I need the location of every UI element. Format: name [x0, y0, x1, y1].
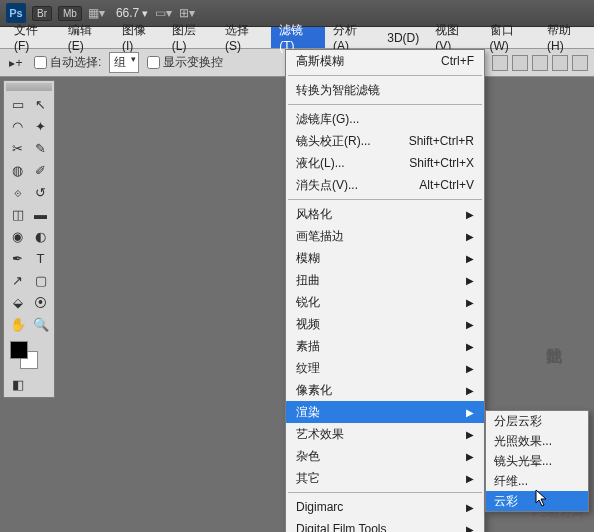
render-lighting[interactable]: 光照效果...: [486, 431, 588, 451]
submenu-arrow-icon: ▶: [466, 275, 474, 286]
filter-smart[interactable]: 转换为智能滤镜: [286, 79, 484, 101]
foreground-color[interactable]: [10, 341, 28, 359]
menubar: 文件(F) 编辑(E) 图像(I) 图层(L) 选择(S) 滤镜(T) 分析(A…: [0, 27, 594, 49]
submenu-arrow-icon: ▶: [466, 253, 474, 264]
menu-filter[interactable]: 滤镜(T): [271, 27, 325, 48]
move-tool-icon[interactable]: ▸+: [6, 55, 26, 71]
render-clouds[interactable]: 云彩: [486, 491, 588, 511]
filter-menu-dropdown: 高斯模糊Ctrl+F 转换为智能滤镜 滤镜库(G)... 镜头校正(R)...S…: [285, 49, 485, 532]
menu-select[interactable]: 选择(S): [217, 27, 271, 48]
history-brush-tool[interactable]: ↺: [29, 181, 52, 203]
submenu-arrow-icon: ▶: [466, 209, 474, 220]
submenu-arrow-icon: ▶: [466, 231, 474, 242]
filter-digimarc[interactable]: Digimarc▶: [286, 496, 484, 518]
align-icon[interactable]: [552, 55, 568, 71]
render-fibers[interactable]: 纤维...: [486, 471, 588, 491]
submenu-arrow-icon: ▶: [466, 319, 474, 330]
stamp-tool[interactable]: ⟐: [6, 181, 29, 203]
filter-gallery[interactable]: 滤镜库(G)...: [286, 108, 484, 130]
filter-pixelate[interactable]: 像素化▶: [286, 379, 484, 401]
eyedropper-tool[interactable]: ✎: [29, 137, 52, 159]
filter-sharpen[interactable]: 锐化▶: [286, 291, 484, 313]
filter-distort[interactable]: 扭曲▶: [286, 269, 484, 291]
auto-select-type[interactable]: 组: [109, 52, 139, 73]
submenu-arrow-icon: ▶: [466, 502, 474, 513]
filter-lens[interactable]: 镜头校正(R)...Shift+Ctrl+R: [286, 130, 484, 152]
menu-window[interactable]: 窗口(W): [482, 27, 540, 48]
camera-tool[interactable]: ⦿: [29, 291, 52, 313]
quickmask-tool[interactable]: ◧: [6, 373, 30, 395]
filter-sketch[interactable]: 素描▶: [286, 335, 484, 357]
filter-render[interactable]: 渲染▶: [286, 401, 484, 423]
ps-logo: Ps: [6, 3, 26, 23]
submenu-arrow-icon: ▶: [466, 473, 474, 484]
align-icon[interactable]: [572, 55, 588, 71]
menu-3d[interactable]: 3D(D): [379, 27, 427, 48]
menu-layer[interactable]: 图层(L): [164, 27, 217, 48]
filter-vanish[interactable]: 消失点(V)...Alt+Ctrl+V: [286, 174, 484, 196]
eraser-tool[interactable]: ◫: [6, 203, 29, 225]
separator: [288, 199, 482, 200]
separator: [288, 104, 482, 105]
zoom-level[interactable]: 66.7 ▾: [116, 6, 148, 20]
submenu-arrow-icon: ▶: [466, 451, 474, 462]
minibr-button[interactable]: Mb: [58, 6, 82, 21]
submenu-arrow-icon: ▶: [466, 341, 474, 352]
dodge-tool[interactable]: ◐: [29, 225, 52, 247]
menu-view[interactable]: 视图(V): [427, 27, 481, 48]
filter-stylize[interactable]: 风格化▶: [286, 203, 484, 225]
submenu-arrow-icon: ▶: [466, 429, 474, 440]
filter-last[interactable]: 高斯模糊Ctrl+F: [286, 50, 484, 72]
screen-mode-icon[interactable]: ⊞▾: [178, 5, 196, 21]
path-tool[interactable]: ↗: [6, 269, 29, 291]
filter-noise[interactable]: 杂色▶: [286, 445, 484, 467]
pen-tool[interactable]: ✒: [6, 247, 29, 269]
3d-tool[interactable]: ⬙: [6, 291, 29, 313]
menu-image[interactable]: 图像(I): [114, 27, 164, 48]
filter-liquify[interactable]: 液化(L)...Shift+Ctrl+X: [286, 152, 484, 174]
align-icon[interactable]: [492, 55, 508, 71]
type-tool[interactable]: T: [29, 247, 52, 269]
filter-blur[interactable]: 模糊▶: [286, 247, 484, 269]
arrange-icon[interactable]: ▭▾: [154, 5, 172, 21]
view-extras-icon[interactable]: ▦▾: [88, 5, 106, 21]
marquee-tool[interactable]: ▭: [6, 93, 29, 115]
toolbox-grip[interactable]: [6, 83, 52, 91]
menu-analysis[interactable]: 分析(A): [325, 27, 379, 48]
menu-file[interactable]: 文件(F): [6, 27, 60, 48]
show-transform-label: 显示变换控: [163, 54, 223, 71]
auto-select-label: 自动选择:: [50, 54, 101, 71]
bridge-button[interactable]: Br: [32, 6, 52, 21]
move-tool[interactable]: ↖: [29, 93, 52, 115]
filter-video[interactable]: 视频▶: [286, 313, 484, 335]
align-icon[interactable]: [532, 55, 548, 71]
auto-select-checkbox[interactable]: 自动选择:: [34, 54, 101, 71]
render-lens-flare[interactable]: 镜头光晕...: [486, 451, 588, 471]
show-transform-checkbox[interactable]: 显示变换控: [147, 54, 223, 71]
filter-dft[interactable]: Digital Film Tools▶: [286, 518, 484, 532]
filter-brush[interactable]: 画笔描边▶: [286, 225, 484, 247]
hand-tool[interactable]: ✋: [6, 313, 29, 335]
wand-tool[interactable]: ✦: [29, 115, 52, 137]
filter-texture[interactable]: 纹理▶: [286, 357, 484, 379]
menu-edit[interactable]: 编辑(E): [60, 27, 114, 48]
heal-tool[interactable]: ◍: [6, 159, 29, 181]
lasso-tool[interactable]: ◠: [6, 115, 29, 137]
submenu-arrow-icon: ▶: [466, 524, 474, 533]
filter-artistic[interactable]: 艺术效果▶: [286, 423, 484, 445]
separator: [288, 75, 482, 76]
brush-tool[interactable]: ✐: [29, 159, 52, 181]
shape-tool[interactable]: ▢: [29, 269, 52, 291]
color-swatches[interactable]: [6, 339, 52, 373]
align-icon[interactable]: [512, 55, 528, 71]
submenu-arrow-icon: ▶: [466, 385, 474, 396]
align-buttons: [492, 55, 588, 71]
render-diff-clouds[interactable]: 分层云彩: [486, 411, 588, 431]
separator: [288, 492, 482, 493]
blur-tool[interactable]: ◉: [6, 225, 29, 247]
zoom-tool[interactable]: 🔍: [29, 313, 52, 335]
gradient-tool[interactable]: ▬: [29, 203, 52, 225]
filter-other[interactable]: 其它▶: [286, 467, 484, 489]
crop-tool[interactable]: ✂: [6, 137, 29, 159]
menu-help[interactable]: 帮助(H): [539, 27, 594, 48]
